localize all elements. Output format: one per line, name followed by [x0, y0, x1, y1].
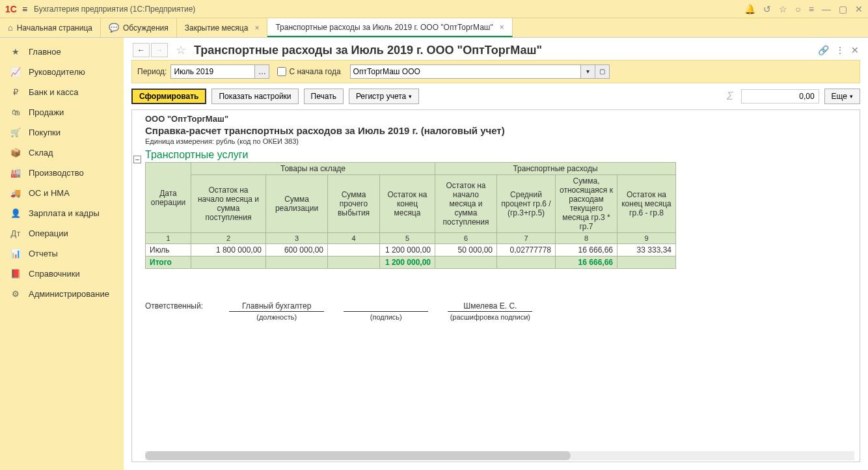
- titlebar: 1С ≡ Бухгалтерия предприятия (1С:Предпри…: [0, 0, 868, 18]
- chat-icon: 💬: [109, 23, 119, 33]
- horizontal-scrollbar[interactable]: [145, 451, 854, 460]
- person-icon: 👤: [10, 208, 21, 218]
- report-table: Дата операции Товары на складе Транспорт…: [145, 162, 676, 269]
- responsible-label: Ответственный:: [145, 301, 210, 321]
- collapse-handle[interactable]: –: [133, 156, 141, 163]
- table-number-row: 123 456 789: [146, 233, 676, 244]
- col-9: Остаток на конец месяца гр.6 - гр.8: [617, 175, 676, 233]
- sidebar-item-production[interactable]: 🏭Производство: [0, 163, 124, 183]
- sidebar-item-warehouse[interactable]: 📦Склад: [0, 143, 124, 163]
- signature-hint: (подпись): [344, 311, 428, 321]
- content: ← → ☆ Транспортные расходы за Июль 2019 …: [124, 38, 868, 470]
- sidebar-item-manager[interactable]: 📈Руководителю: [0, 62, 124, 82]
- star-icon: ★: [10, 47, 21, 57]
- more-vertical-icon[interactable]: ⋮: [835, 45, 845, 55]
- tab-home[interactable]: ⌂ Начальная страница: [0, 18, 101, 37]
- bell-icon[interactable]: 🔔: [744, 4, 755, 14]
- tab-active-label: Транспортные расходы за Июль 2019 г. ООО…: [275, 23, 493, 32]
- table-row[interactable]: Июль1 800 000,00600 000,00 1 200 000,005…: [146, 244, 676, 256]
- toolbar: Сформировать Показать настройки Печать Р…: [124, 83, 868, 109]
- chevron-down-icon: ▾: [850, 93, 853, 100]
- cart-icon: 🛒: [10, 128, 21, 137]
- period-picker-button[interactable]: …: [255, 64, 269, 79]
- generate-button[interactable]: Сформировать: [131, 89, 206, 104]
- box-icon: 📦: [10, 148, 21, 158]
- sidebar-item-catalogs[interactable]: 📕Справочники: [0, 264, 124, 284]
- tab-transport-expenses[interactable]: Транспортные расходы за Июль 2019 г. ООО…: [267, 18, 512, 37]
- col-2: Остаток на начало месяца и сумма поступл…: [191, 175, 266, 233]
- sidebar-item-assets[interactable]: 🚚ОС и НМА: [0, 183, 124, 203]
- sidebar-item-hr[interactable]: 👤Зарплата и кадры: [0, 203, 124, 223]
- print-button[interactable]: Печать: [304, 89, 344, 104]
- more-button[interactable]: Еще▾: [824, 89, 860, 104]
- org-open-button[interactable]: ▢: [595, 64, 610, 79]
- report-unit: Единица измерения: рубль (код по ОКЕИ 38…: [145, 137, 854, 145]
- tab-close-month-label: Закрытие месяца: [185, 23, 249, 33]
- forward-button[interactable]: →: [151, 43, 168, 57]
- app-title: Бухгалтерия предприятия (1С:Предприятие): [34, 5, 744, 14]
- tab-discussions[interactable]: 💬 Обсуждения: [101, 18, 177, 37]
- book-icon: 📕: [10, 269, 21, 279]
- truck-icon: 🚚: [10, 188, 21, 198]
- close-icon[interactable]: ×: [500, 23, 504, 32]
- col-group-goods: Товары на складе: [191, 163, 435, 175]
- register-button[interactable]: Регистр учета▾: [349, 89, 419, 104]
- col-group-transport: Транспортные расходы: [435, 163, 676, 175]
- col-6: Остаток на начало месяца и сумма поступл…: [435, 175, 497, 233]
- signature-space: [344, 301, 428, 311]
- circle-icon[interactable]: ○: [795, 4, 800, 14]
- position-value: Главный бухгалтер: [229, 301, 324, 311]
- close-page-icon[interactable]: ✕: [851, 45, 859, 55]
- period-label: Период:: [137, 67, 167, 76]
- minimize-icon[interactable]: —: [822, 4, 831, 14]
- report-title: Справка-расчет транспортных расходов за …: [145, 125, 854, 136]
- sidebar-item-bank[interactable]: ₽Банк и касса: [0, 82, 124, 102]
- col-7: Средний процент гр.6 / (гр.3+гр.5): [497, 175, 556, 233]
- sidebar-item-purchases[interactable]: 🛒Покупки: [0, 122, 124, 143]
- tab-close-month[interactable]: Закрытие месяца ×: [177, 18, 268, 37]
- dtkt-icon: Дт: [10, 228, 21, 238]
- sidebar-item-reports[interactable]: 📊Отчеты: [0, 243, 124, 264]
- sidebar-item-operations[interactable]: ДтОперации: [0, 223, 124, 243]
- close-icon[interactable]: ✕: [855, 4, 863, 14]
- sidebar-item-admin[interactable]: ⚙Администрирование: [0, 284, 124, 304]
- factory-icon: 🏭: [10, 168, 21, 178]
- sum-field[interactable]: [741, 89, 819, 104]
- settings-lines-icon[interactable]: ≡: [809, 4, 814, 14]
- link-icon[interactable]: 🔗: [818, 45, 829, 55]
- organization-input[interactable]: [350, 64, 581, 79]
- name-hint: (расшифровка подписи): [448, 311, 532, 321]
- back-button[interactable]: ←: [133, 43, 150, 57]
- from-year-start-label: С начала года: [289, 67, 340, 76]
- report-section: Транспортные услуги: [145, 149, 854, 161]
- report-area: – ООО "ОптТоргМаш" Справка-расчет трансп…: [131, 109, 860, 462]
- show-settings-button[interactable]: Показать настройки: [211, 89, 298, 104]
- favorite-icon[interactable]: ☆: [176, 43, 186, 57]
- col-8: Сумма, относящаяся к расходам текущего м…: [556, 175, 617, 233]
- position-hint: (должность): [229, 311, 324, 321]
- maximize-icon[interactable]: ▢: [839, 4, 847, 14]
- chevron-down-icon: ▾: [409, 93, 412, 100]
- page-title: Транспортные расходы за Июль 2019 г. ООО…: [194, 44, 813, 57]
- from-year-start-checkbox[interactable]: [277, 67, 286, 76]
- menu-icon[interactable]: ≡: [22, 4, 27, 14]
- filter-bar: Период: … С начала года ▾ ▢: [131, 60, 860, 83]
- tab-home-label: Начальная страница: [17, 23, 92, 33]
- sidebar-item-sales[interactable]: 🛍Продажи: [0, 102, 124, 122]
- period-input[interactable]: [170, 64, 255, 79]
- ruble-icon: ₽: [10, 87, 21, 97]
- signatures: Ответственный: Главный бухгалтер (должно…: [145, 301, 854, 321]
- close-icon[interactable]: ×: [254, 23, 259, 33]
- barchart-icon: 📊: [10, 249, 21, 258]
- home-icon: ⌂: [8, 23, 13, 33]
- org-dropdown-button[interactable]: ▾: [581, 64, 595, 79]
- sigma-icon: Σ: [727, 90, 733, 102]
- col-4: Сумма прочего выбытия: [328, 175, 380, 233]
- logo-1c: 1С: [5, 4, 17, 14]
- report-org: ООО "ОптТоргМаш": [145, 114, 854, 124]
- col-5: Остаток на конец месяца: [380, 175, 435, 233]
- history-icon[interactable]: ↺: [763, 4, 771, 14]
- star-icon[interactable]: ☆: [779, 4, 787, 14]
- sidebar-item-main[interactable]: ★Главное: [0, 42, 124, 62]
- table-total-row: Итого 1 200 000,00 16 666,66: [146, 256, 676, 269]
